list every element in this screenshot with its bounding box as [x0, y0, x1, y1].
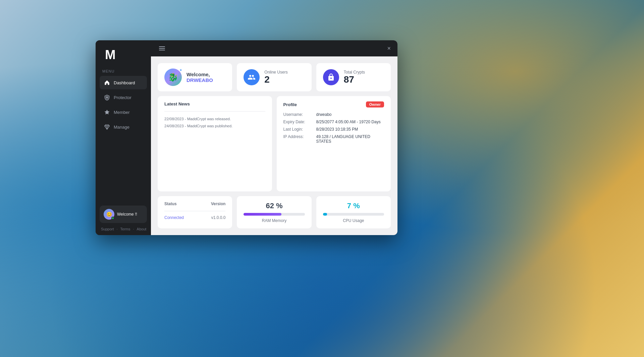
main-area: × 🐉 ✦ Welcome, DRWEABO	[151, 40, 397, 235]
sep1: ·	[117, 227, 118, 231]
status-label: Status	[164, 202, 177, 206]
avatar: 😊	[104, 209, 114, 220]
profile-row-username: Username: drweabo	[283, 112, 384, 117]
online-users-card: Online Users 2	[237, 63, 311, 91]
field-label-username: Username:	[283, 112, 314, 117]
profile-row-ip: IP Address: 49.128 / LANGUAGE UNITED STA…	[283, 134, 384, 144]
field-value-expiry: 8/25/2077 4:05:00 AM - 19720 Days	[316, 120, 381, 124]
field-label-lastlogin: Last Login:	[283, 127, 314, 132]
total-crypts-info: Total Crypts 87	[344, 70, 365, 85]
sidebar-item-member[interactable]: Member	[100, 105, 147, 119]
welcome-text: Welcome, DRWEABO	[186, 72, 213, 83]
field-value-username: drweabo	[316, 112, 332, 117]
ram-card: 62 % RAM Memory	[237, 196, 311, 228]
support-link[interactable]: Support	[101, 227, 114, 231]
version-value: v1.0.0.0	[211, 215, 226, 220]
dashboard-icon	[104, 79, 110, 86]
online-users-value: 2	[264, 75, 287, 85]
news-card: Latest News 22/08/2023 - MaddCrypt was r…	[158, 96, 272, 191]
owner-badge: Owner	[366, 101, 384, 107]
terms-link[interactable]: Terms	[120, 227, 130, 231]
cpu-percent: 7 %	[347, 202, 360, 210]
welcome-card: 🐉 ✦ Welcome, DRWEABO	[158, 63, 232, 91]
sparkle-icon: ✦	[179, 68, 182, 73]
hamburger-button[interactable]	[158, 45, 166, 52]
profile-row-expiry: Expiry Date: 8/25/2077 4:05:00 AM - 1972…	[283, 120, 384, 124]
status-card: Status Version Connected v1.0.0.0	[158, 196, 232, 228]
ram-percent: 62 %	[266, 202, 282, 210]
sidebar-item-manage[interactable]: Manage	[100, 120, 147, 134]
hamburger-line-2	[159, 48, 165, 49]
field-value-ip: 49.128 / LANGUAGE UNITED STATES	[316, 134, 384, 144]
news-items: 22/08/2023 - MaddCrypt was released. 24/…	[164, 116, 265, 129]
profile-title: Profile	[283, 102, 297, 107]
field-label-ip: IP Address:	[283, 134, 314, 139]
status-header: Status Version	[164, 202, 225, 206]
user-name: Welcome !!	[117, 212, 137, 217]
profile-row-lastlogin: Last Login: 8/28/2023 10:18:35 PM	[283, 127, 384, 132]
topbar: ×	[151, 40, 397, 56]
sidebar-item-label-member: Member	[114, 110, 130, 115]
avatar-container: 🐉 ✦	[164, 69, 182, 86]
manage-icon	[104, 124, 110, 130]
sidebar-item-protector[interactable]: Protector	[100, 91, 147, 104]
news-item-1: 22/08/2023 - MaddCrypt was released.	[164, 116, 265, 123]
online-users-info: Online Users 2	[264, 70, 287, 85]
svg-point-0	[106, 97, 108, 98]
news-divider	[164, 111, 265, 111]
total-crypts-value: 87	[344, 75, 365, 85]
ram-bar	[244, 213, 305, 216]
greeting: Welcome,	[186, 72, 213, 77]
logo-text: M	[105, 48, 115, 61]
cpu-label: CPU Usage	[343, 218, 364, 223]
hamburger-line-3	[159, 50, 165, 50]
close-button[interactable]: ×	[387, 45, 391, 51]
status-divider	[164, 211, 225, 211]
sidebar-item-dashboard[interactable]: Dashboard	[100, 76, 147, 89]
cpu-card: 7 % CPU Usage	[316, 196, 391, 228]
logo: M	[105, 48, 144, 61]
status-dot	[111, 217, 114, 220]
cpu-fill	[323, 213, 327, 216]
version-label: Version	[211, 202, 225, 206]
menu-label: Menu	[96, 66, 151, 76]
cpu-bar	[323, 213, 384, 216]
profile-fields: Username: drweabo Expiry Date: 8/25/2077…	[283, 112, 384, 144]
bottom-row: Status Version Connected v1.0.0.0 62 % R…	[158, 196, 391, 228]
sidebar-item-label-manage: Manage	[114, 125, 129, 130]
user-card[interactable]: 😊 Welcome !!	[100, 206, 147, 223]
username-display: DRWEABO	[186, 77, 213, 83]
profile-card: Profile Owner Username: drweabo Expiry D…	[277, 96, 391, 191]
field-value-lastlogin: 8/28/2023 10:18:35 PM	[316, 127, 358, 132]
middle-row: Latest News 22/08/2023 - MaddCrypt was r…	[158, 96, 391, 191]
footer-links: Support · Terms · About	[100, 227, 147, 231]
protector-icon	[104, 94, 110, 101]
field-label-expiry: Expiry Date:	[283, 120, 314, 124]
sidebar: M Menu Dashboard	[96, 40, 151, 235]
logo-area: M	[96, 40, 151, 66]
content: 🐉 ✦ Welcome, DRWEABO Onli	[151, 56, 397, 235]
member-icon	[104, 109, 110, 116]
sidebar-footer: 😊 Welcome !! Support · Terms · About	[96, 202, 151, 235]
total-crypts-card: Total Crypts 87	[316, 63, 391, 91]
status-row: Connected v1.0.0.0	[164, 215, 225, 220]
hamburger-line-1	[159, 46, 165, 47]
total-crypts-label: Total Crypts	[344, 70, 365, 75]
ram-fill	[244, 213, 281, 216]
ram-label: RAM Memory	[262, 218, 286, 223]
about-link[interactable]: About	[137, 227, 147, 231]
online-users-label: Online Users	[264, 70, 287, 75]
nav-items: Dashboard Protector Memb	[96, 76, 151, 202]
sidebar-item-label-protector: Protector	[114, 95, 131, 100]
status-value: Connected	[164, 215, 184, 220]
sidebar-item-label-dashboard: Dashboard	[114, 80, 135, 85]
profile-header: Profile Owner	[283, 101, 384, 107]
news-title: Latest News	[164, 101, 265, 106]
news-item-2: 24/08/2023 - MaddCrypt was published.	[164, 123, 265, 130]
online-users-icon	[244, 69, 260, 85]
total-crypts-icon	[323, 69, 339, 85]
top-row: 🐉 ✦ Welcome, DRWEABO Onli	[158, 63, 391, 91]
sep2: ·	[133, 227, 134, 231]
app-window: M Menu Dashboard	[96, 40, 397, 235]
